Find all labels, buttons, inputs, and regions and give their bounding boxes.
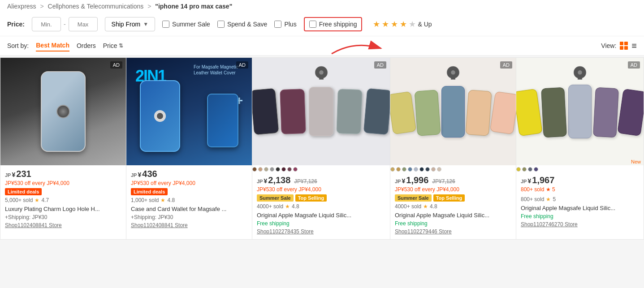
product-meta: 4000+ sold ★ 4.8 — [257, 203, 385, 210]
color-dot — [419, 167, 424, 172]
product-meta: 1,000+ sold ★ 4.8 — [131, 197, 247, 203]
product-price: JP ¥ 436 — [131, 169, 247, 179]
price-max-input[interactable] — [69, 17, 98, 31]
summer-sale-filter[interactable]: Summer Sale — [162, 21, 210, 28]
store-link[interactable]: Shop1102278435 Store — [257, 228, 385, 235]
ship-from-button[interactable]: Ship From ▼ — [105, 17, 155, 31]
sold-count: 5,000+ sold — [5, 197, 33, 203]
store-link[interactable]: Shop1102408841 Store — [131, 222, 247, 228]
price-yen-symbol: ¥ — [264, 177, 267, 185]
breadcrumb-home[interactable]: Aliexpress — [7, 3, 36, 10]
product-info: JP ¥ 1,996 JP¥7,126 JP¥530 off every JP¥… — [390, 172, 516, 239]
product-card[interactable]: AD New JP ¥ 1,967 800+ sold ★ 5 800+ sol… — [516, 58, 644, 239]
price-discount: 800+ sold ★ 5 — [521, 186, 639, 193]
breadcrumb-sep2: > — [147, 3, 151, 10]
store-link[interactable]: Shop1102408841 Store — [5, 222, 121, 228]
sort-bar: Sort by: Best Match Orders Price ⇅ View:… — [0, 36, 644, 56]
product-card[interactable]: AD JP ¥ 1,996 JP¥7,126 JP¥530 off every … — [390, 58, 516, 239]
price-discount: JP¥530 off every JP¥4,000 — [131, 180, 247, 186]
star-icon: ★ — [35, 197, 39, 203]
grid-view-icon[interactable] — [620, 42, 628, 50]
sort-orders[interactable]: Orders — [77, 40, 96, 51]
color-dot — [293, 167, 298, 172]
product-original-price: JP¥7,126 — [294, 178, 317, 185]
sort-price[interactable]: Price ⇅ — [103, 40, 123, 51]
spend-save-filter[interactable]: Spend & Save — [217, 21, 268, 28]
summer-sale-checkbox[interactable] — [162, 21, 169, 28]
color-dot — [431, 167, 436, 172]
product-card[interactable]: AD JP ¥ 2,138 JP¥7,126 JP¥530 off every … — [252, 58, 390, 239]
color-dot — [390, 167, 395, 172]
price-dash: - — [64, 21, 66, 28]
plus-filter[interactable]: Plus — [274, 21, 296, 28]
color-dot — [258, 167, 263, 172]
star-5-icon: ★ — [409, 19, 416, 29]
star-2-icon: ★ — [382, 19, 389, 29]
color-dot — [252, 167, 257, 172]
product-card[interactable]: 2IN1 For Magsafe MagneticLeather Wallet … — [126, 58, 252, 239]
product-price: JP ¥ 1,996 JP¥7,126 — [395, 175, 511, 185]
color-swatches — [252, 167, 390, 172]
breadcrumb-query: "iphone 14 pro max case" — [155, 3, 232, 10]
price-discount: JP¥530 off every JP¥4,000 — [5, 180, 121, 186]
star-icon: ★ — [285, 203, 290, 210]
price-label: Price: — [7, 21, 25, 28]
list-view-icon[interactable]: ≡ — [631, 41, 637, 51]
shipping-info: +Shipping: JP¥30 — [131, 214, 247, 220]
filters-bar: Price: - Ship From ▼ Summer Sale Spend &… — [0, 13, 644, 36]
sort-label: Sort by: — [7, 42, 29, 49]
star-3-icon: ★ — [391, 19, 398, 29]
color-swatches — [390, 167, 516, 172]
ad-badge: AD — [110, 61, 122, 69]
product-info: JP ¥ 2,138 JP¥7,126 JP¥530 off every JP¥… — [252, 172, 390, 239]
store-link[interactable]: Shop1102746270 Store — [521, 221, 639, 228]
price-value: 231 — [16, 169, 31, 179]
ad-badge: AD — [628, 61, 640, 69]
sold-count: 1,000+ sold — [131, 197, 159, 203]
product-card[interactable]: AD JP ¥ 231 JP¥530 off every JP¥4,000 Li… — [0, 58, 126, 239]
plus-checkbox[interactable] — [274, 21, 281, 28]
color-dot — [264, 167, 268, 172]
plus-label: Plus — [284, 21, 296, 28]
color-dot — [516, 167, 521, 172]
product-tag: Limited deals — [131, 188, 168, 195]
rating: 5 — [553, 196, 556, 202]
star-1-icon: ★ — [373, 19, 380, 29]
free-shipping-checkbox[interactable] — [309, 21, 316, 28]
product-name: Case and Card Wallet for Magsafe ... — [131, 205, 247, 213]
spend-save-label: Spend & Save — [227, 21, 268, 28]
product-image: AD — [252, 58, 390, 165]
color-dot — [522, 167, 527, 172]
product-image: AD — [390, 58, 516, 165]
spend-save-checkbox[interactable] — [217, 21, 225, 28]
sold-count: 4000+ sold — [395, 203, 421, 210]
star-icon: ★ — [160, 197, 165, 203]
product-info: JP ¥ 231 JP¥530 off every JP¥4,000 Limit… — [0, 165, 126, 233]
product-meta: 800+ sold ★ 5 — [521, 196, 639, 202]
product-tags: Limited deals — [131, 188, 247, 195]
free-shipping-filter[interactable]: Free shipping — [309, 21, 357, 28]
product-image: 2IN1 For Magsafe MagneticLeather Wallet … — [126, 58, 252, 165]
product-tag: Limited deals — [5, 188, 42, 195]
stars-rating-filter[interactable]: ★ ★ ★ ★ ★ & Up — [373, 19, 432, 29]
price-yen-symbol: ¥ — [12, 171, 15, 178]
sold-count: 4000+ sold — [257, 203, 283, 210]
price-value: 436 — [142, 169, 157, 179]
jp-currency-label: JP — [5, 172, 11, 178]
product-price: JP ¥ 231 — [5, 169, 121, 179]
free-shipping-text: Free shipping — [395, 220, 511, 227]
breadcrumb-cat[interactable]: Cellphones & Telecommunications — [48, 3, 144, 10]
sort-best-match[interactable]: Best Match — [36, 40, 69, 52]
ad-badge: AD — [500, 61, 512, 69]
price-yen-symbol: ¥ — [402, 177, 405, 185]
ad-badge: AD — [374, 61, 386, 69]
breadcrumb: Aliexpress > Cellphones & Telecommunicat… — [0, 0, 644, 13]
product-price: JP ¥ 2,138 JP¥7,126 — [257, 175, 385, 185]
store-link[interactable]: Shop1102279446 Store — [395, 228, 511, 235]
price-range: - — [32, 17, 98, 31]
shipping-info: +Shipping: JP¥30 — [5, 214, 121, 220]
product-tag: Summer Sale — [257, 194, 294, 202]
price-min-input[interactable] — [32, 17, 61, 31]
product-name: Original Apple Magsafe Liquid Silic... — [521, 204, 639, 212]
product-tag: Top Selling — [433, 194, 465, 202]
